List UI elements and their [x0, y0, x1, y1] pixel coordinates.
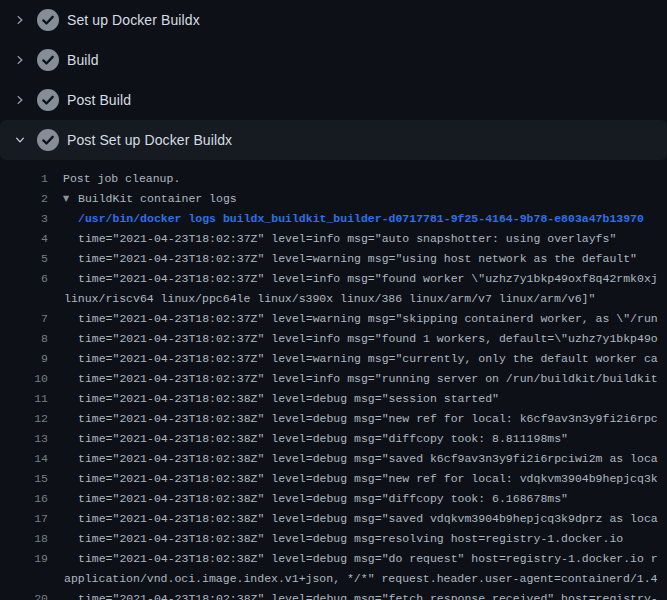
log-line-number[interactable]: 2 — [0, 189, 50, 209]
check-circle-icon — [37, 49, 59, 71]
log-line: 11time="2021-04-23T18:02:38Z" level=debu… — [0, 389, 667, 409]
log-line-number[interactable]: 5 — [0, 249, 50, 269]
chevron-right-icon — [12, 12, 28, 28]
log-line: 3/usr/bin/docker logs buildx_buildkit_bu… — [0, 209, 667, 229]
log-line-text: time="2021-04-23T18:02:37Z" level=info m… — [78, 369, 658, 389]
step-row[interactable]: Post Build — [0, 80, 667, 120]
log-line-number[interactable]: 14 — [0, 449, 50, 469]
log-lines: 1Post job cleanup. 2▼BuildKit container … — [0, 169, 667, 600]
chevron-down-icon — [12, 132, 28, 148]
step-label: Post Build — [67, 92, 131, 108]
log-line: 12time="2021-04-23T18:02:38Z" level=debu… — [0, 409, 667, 429]
log-line-number[interactable]: 9 — [0, 349, 50, 369]
log-line: 19time="2021-04-23T18:02:38Z" level=debu… — [0, 549, 667, 569]
log-line-number[interactable]: 11 — [0, 389, 50, 409]
check-circle-icon — [37, 9, 59, 31]
log-line-text: time="2021-04-23T18:02:37Z" level=info m… — [78, 229, 616, 249]
log-line: 16time="2021-04-23T18:02:38Z" level=debu… — [0, 489, 667, 509]
log-line: 4time="2021-04-23T18:02:37Z" level=info … — [0, 229, 667, 249]
step-row[interactable]: Build — [0, 40, 667, 80]
log-line-text: time="2021-04-23T18:02:38Z" level=debug … — [78, 509, 658, 529]
log-line-number[interactable]: 7 — [0, 309, 50, 329]
log-line-text: time="2021-04-23T18:02:38Z" level=debug … — [78, 529, 623, 549]
log-line-text: BuildKit container logs — [78, 189, 237, 209]
log-line-number[interactable]: 19 — [0, 549, 50, 569]
log-line-number[interactable]: 1 — [0, 169, 50, 189]
log-line-text: linux/riscv64 linux/ppc64le linux/s390x … — [64, 289, 595, 309]
log-line: 7time="2021-04-23T18:02:37Z" level=warni… — [0, 309, 667, 329]
log-line-number[interactable]: 16 — [0, 489, 50, 509]
log-line-text: application/vnd.oci.image.index.v1+json,… — [64, 569, 658, 589]
log-line: 15time="2021-04-23T18:02:38Z" level=debu… — [0, 469, 667, 489]
log-line-text: time="2021-04-23T18:02:37Z" level=warnin… — [78, 249, 637, 269]
log-line: 2▼BuildKit container logs — [0, 189, 667, 209]
log-line-text: time="2021-04-23T18:02:38Z" level=debug … — [78, 549, 658, 569]
chevron-right-icon — [12, 92, 28, 108]
log-line: linux/riscv64 linux/ppc64le linux/s390x … — [0, 289, 667, 309]
log-line: 13time="2021-04-23T18:02:38Z" level=debu… — [0, 429, 667, 449]
log-line: application/vnd.oci.image.index.v1+json,… — [0, 569, 667, 589]
log-line-text: time="2021-04-23T18:02:37Z" level=info m… — [78, 329, 658, 349]
step-label: Set up Docker Buildx — [67, 12, 200, 28]
log-line-text: time="2021-04-23T18:02:37Z" level=warnin… — [78, 349, 658, 369]
log-line-number[interactable]: 17 — [0, 509, 50, 529]
log-line-text: time="2021-04-23T18:02:38Z" level=debug … — [78, 409, 658, 429]
log-line: 10time="2021-04-23T18:02:37Z" level=info… — [0, 369, 667, 389]
log-line-text: time="2021-04-23T18:02:37Z" level=info m… — [78, 269, 658, 289]
check-circle-icon — [37, 129, 59, 151]
log-line-number[interactable]: 13 — [0, 429, 50, 449]
log-line-number[interactable]: 10 — [0, 369, 50, 389]
log-line: 1Post job cleanup. — [0, 169, 667, 189]
log-line-text: time="2021-04-23T18:02:38Z" level=debug … — [78, 489, 568, 509]
check-circle-icon — [37, 89, 59, 111]
group-collapse-icon[interactable]: ▼ — [63, 189, 72, 209]
log-line-text: /usr/bin/docker logs buildx_buildkit_bui… — [78, 209, 644, 229]
log-line: 20time="2021-04-23T18:02:38Z" level=debu… — [0, 589, 667, 600]
log-line: 6time="2021-04-23T18:02:37Z" level=info … — [0, 269, 667, 289]
log-line: 18time="2021-04-23T18:02:38Z" level=debu… — [0, 529, 667, 549]
log-line-number[interactable]: 12 — [0, 409, 50, 429]
log-line: 9time="2021-04-23T18:02:37Z" level=warni… — [0, 349, 667, 369]
log-viewer: 1Post job cleanup. 2▼BuildKit container … — [0, 160, 667, 600]
log-line-text: time="2021-04-23T18:02:37Z" level=warnin… — [78, 309, 658, 329]
log-line-number[interactable]: 3 — [0, 209, 50, 229]
log-line-number[interactable]: 15 — [0, 469, 50, 489]
log-line-number[interactable]: 6 — [0, 269, 50, 289]
log-line-number[interactable]: 20 — [0, 589, 50, 600]
log-line-text: time="2021-04-23T18:02:38Z" level=debug … — [78, 389, 499, 409]
log-line-text: time="2021-04-23T18:02:38Z" level=debug … — [78, 469, 658, 489]
log-line-number[interactable]: 8 — [0, 329, 50, 349]
log-line-number[interactable]: 4 — [0, 229, 50, 249]
log-line-number[interactable]: 18 — [0, 529, 50, 549]
log-line-text: Post job cleanup. — [63, 169, 180, 189]
log-line-text: time="2021-04-23T18:02:38Z" level=debug … — [78, 449, 658, 469]
step-label: Build — [67, 52, 99, 68]
step-row[interactable]: Post Set up Docker Buildx — [0, 120, 667, 160]
step-label: Post Set up Docker Buildx — [67, 132, 232, 148]
log-line: 8time="2021-04-23T18:02:37Z" level=info … — [0, 329, 667, 349]
log-line-text: time="2021-04-23T18:02:38Z" level=debug … — [78, 589, 658, 600]
log-line: 5time="2021-04-23T18:02:37Z" level=warni… — [0, 249, 667, 269]
log-line: 17time="2021-04-23T18:02:38Z" level=debu… — [0, 509, 667, 529]
step-row[interactable]: Set up Docker Buildx — [0, 0, 667, 40]
steps-list: Set up Docker Buildx Build P — [0, 0, 667, 160]
log-line: 14time="2021-04-23T18:02:38Z" level=debu… — [0, 449, 667, 469]
chevron-right-icon — [12, 52, 28, 68]
log-line-text: time="2021-04-23T18:02:38Z" level=debug … — [78, 429, 568, 449]
